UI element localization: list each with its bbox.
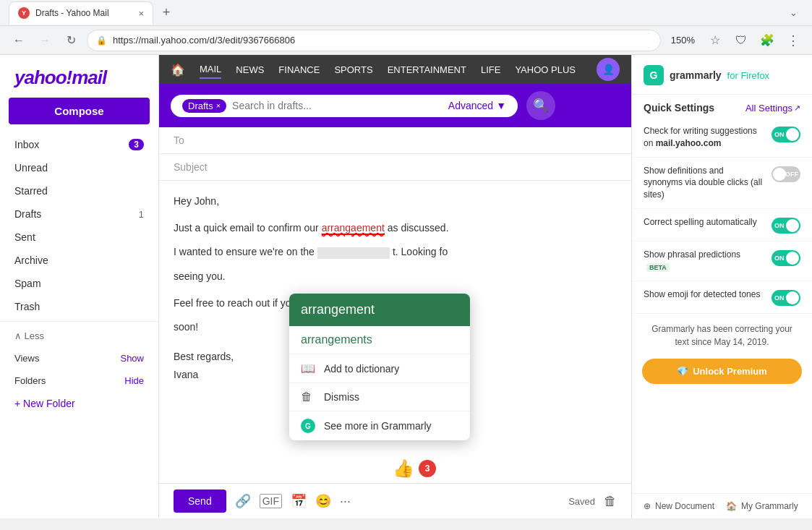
views-label: Views	[14, 353, 120, 364]
toggle-definitions[interactable]: OFF	[772, 166, 800, 182]
search-submit-button[interactable]: 🔍	[526, 91, 555, 120]
subject-placeholder: Subject	[174, 161, 208, 173]
add-dictionary-icon: 📖	[301, 362, 315, 375]
sidebar-item-spam[interactable]: Spam	[0, 272, 158, 295]
sidebar-item-sent[interactable]: Sent	[0, 226, 158, 249]
setting-writing-suggestions: Check for writing suggestions on mail.ya…	[632, 118, 812, 158]
drafts-count: 1	[139, 209, 144, 220]
advanced-search[interactable]: Advanced ▼	[448, 100, 506, 111]
nav-item-life[interactable]: LIFE	[481, 64, 500, 75]
toggle-on-label: ON	[774, 294, 785, 302]
compose-button[interactable]: Compose	[9, 98, 150, 124]
nav-home-icon[interactable]: 🏠	[171, 63, 185, 77]
search-tag-remove[interactable]: ×	[216, 101, 221, 110]
more-options-icon[interactable]: ···	[340, 494, 351, 509]
forward-button[interactable]: →	[35, 30, 55, 51]
sidebar-item-starred[interactable]: Starred	[0, 179, 158, 202]
folders-label: Folders	[14, 375, 124, 386]
sidebar-item-archive[interactable]: Archive	[0, 249, 158, 272]
body-after-misspelled: as discussed.	[385, 222, 449, 234]
body-line3: I wanted to ensure we're on thet. Lookin…	[174, 243, 617, 261]
toggle-spelling[interactable]: ON	[772, 218, 800, 234]
toggle-knob	[786, 128, 799, 141]
tab-close-button[interactable]: ×	[138, 8, 144, 19]
new-tab-button[interactable]: +	[156, 3, 176, 23]
less-section[interactable]: ∧ Less	[0, 325, 158, 347]
new-document-button[interactable]: ⊕ New Document	[644, 501, 714, 511]
menu-button[interactable]: ⋮	[783, 30, 803, 51]
toggle-emoji[interactable]: ON	[772, 290, 800, 306]
grammarly-small-logo-icon: G	[301, 419, 315, 433]
toggle-on-label: ON	[774, 222, 785, 229]
nav-item-yahoo-plus[interactable]: YAHOO PLUS	[515, 64, 576, 75]
add-dictionary-label: Add to dictionary	[324, 363, 399, 375]
sidebar-item-inbox[interactable]: Inbox 3	[0, 133, 158, 156]
delete-icon[interactable]: 🗑	[604, 494, 617, 509]
calendar-icon[interactable]: 📅	[291, 493, 307, 509]
search-input[interactable]	[232, 100, 443, 111]
search-bar[interactable]: Drafts × Advanced ▼	[171, 95, 518, 117]
user-avatar[interactable]: 👤	[597, 58, 620, 81]
new-folder[interactable]: + New Folder	[0, 392, 158, 415]
compose-toolbar: Send 🔗 GIF 📅 😊 ··· Saved 🗑	[159, 483, 631, 518]
sidebar-item-drafts[interactable]: Drafts 1	[0, 202, 158, 226]
tab-bar: Y Drafts - Yahoo Mail × + ⌄	[9, 1, 803, 25]
extensions-button[interactable]: 🧩	[757, 30, 777, 51]
folders-action[interactable]: Hide	[124, 375, 144, 386]
bookmark-button[interactable]: ☆	[705, 30, 725, 51]
search-tag-drafts[interactable]: Drafts ×	[182, 99, 226, 113]
toggle-knob	[786, 291, 799, 304]
nav-item-sports[interactable]: SPORTS	[334, 64, 372, 75]
send-button[interactable]: Send	[174, 490, 226, 513]
link-icon[interactable]: 🔗	[235, 493, 251, 509]
nav-item-news[interactable]: NEWS	[236, 64, 264, 75]
spell-add-to-dictionary[interactable]: 📖 Add to dictionary	[289, 354, 470, 382]
grammarly-header: G grammarly for Firefox	[632, 55, 812, 95]
setting-spelling-label: Correct spelling automatically	[644, 216, 764, 228]
active-tab[interactable]: Y Drafts - Yahoo Mail ×	[9, 1, 153, 25]
nav-item-finance[interactable]: FINANCE	[278, 64, 320, 75]
address-bar[interactable]: 🔒 https://mail.yahoo.com/d/3/edit/936766…	[87, 30, 661, 51]
inbox-badge: 3	[129, 139, 144, 150]
shield-button[interactable]: 🛡	[731, 30, 751, 51]
grammarly-brand-suffix: for Firefox	[727, 70, 770, 81]
premium-gem-icon: 💎	[677, 366, 688, 377]
dismiss-label: Dismiss	[324, 391, 359, 403]
toggle-off-label: OFF	[785, 171, 798, 178]
see-more-label: See more in Grammarly	[324, 420, 432, 432]
folders-section: Folders Hide	[0, 369, 158, 392]
thumbs-up-icon[interactable]: 👍	[393, 458, 414, 479]
my-grammarly-label: My Grammarly	[741, 501, 798, 511]
toggle-phrasal[interactable]: ON	[772, 250, 800, 266]
tab-overflow-button[interactable]: ⌄	[783, 3, 803, 23]
advanced-label: Advanced	[448, 100, 493, 111]
my-grammarly-button[interactable]: 🏠 My Grammarly	[726, 501, 798, 511]
nav-item-mail[interactable]: MAIL	[200, 61, 221, 79]
refresh-button[interactable]: ↻	[61, 30, 81, 51]
toggle-writing-suggestions[interactable]: ON	[772, 127, 800, 142]
subject-field[interactable]: Subject	[159, 154, 631, 181]
new-document-icon: ⊕	[644, 501, 651, 511]
unlock-premium-button[interactable]: 💎 Unlock Premium	[642, 359, 802, 384]
nav-item-entertainment[interactable]: ENTERTAINMENT	[388, 64, 466, 75]
gif-icon[interactable]: GIF	[260, 494, 282, 508]
spell-alt-suggestion[interactable]: arrangements	[289, 326, 470, 354]
spell-primary-suggestion[interactable]: arrangement	[289, 294, 470, 326]
back-button[interactable]: ←	[9, 30, 29, 51]
sidebar-item-unread[interactable]: Unread	[0, 156, 158, 179]
to-label: To	[174, 134, 184, 146]
views-action[interactable]: Show	[120, 353, 144, 364]
spell-see-more-grammarly[interactable]: G See more in Grammarly	[289, 411, 470, 440]
to-field[interactable]: To	[159, 127, 631, 154]
sidebar-item-label: Spam	[14, 278, 144, 289]
all-settings-label: All Settings	[745, 103, 792, 114]
logo-text: yahoo!mail	[14, 67, 106, 88]
sidebar-item-trash[interactable]: Trash	[0, 295, 158, 318]
all-settings-link[interactable]: All Settings ↗	[745, 103, 800, 114]
emoji-icon[interactable]: 😊	[315, 493, 331, 509]
spell-dismiss[interactable]: 🗑 Dismiss	[289, 382, 470, 411]
setting-phrasal: Show phrasal predictions BETA ON	[632, 242, 812, 281]
top-nav: 🏠 MAIL NEWS FINANCE SPORTS ENTERTAINMENT…	[159, 55, 631, 84]
sidebar-item-label: Sent	[14, 231, 144, 243]
setting-writing-label: Check for writing suggestions on mail.ya…	[644, 125, 764, 150]
